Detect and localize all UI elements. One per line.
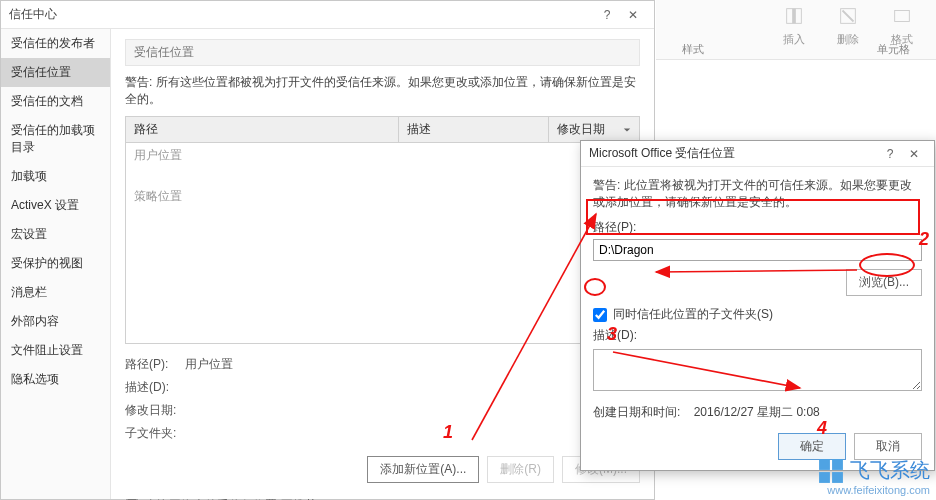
- trust-center-main: 受信任位置 警告: 所有这些位置都被视为打开文件的受信任来源。如果您更改或添加位…: [111, 29, 654, 499]
- trust-subfolders-label: 同时信任此位置的子文件夹(S): [613, 306, 773, 323]
- windows-icon: [818, 458, 844, 484]
- sidebar-item-addins[interactable]: 加载项: [1, 162, 110, 191]
- trusted-location-dialog: Microsoft Office 受信任位置 ? ✕ 警告: 此位置将被视为打开…: [580, 140, 935, 471]
- dialog-desc-label: 描述(D):: [593, 327, 922, 344]
- sidebar-item-file-block[interactable]: 文件阻止设置: [1, 336, 110, 365]
- sidebar-item-trusted-documents[interactable]: 受信任的文档: [1, 87, 110, 116]
- trust-center-title: 信任中心: [9, 6, 594, 23]
- ribbon-style-label: 样式: [682, 42, 704, 57]
- svg-rect-1: [792, 9, 796, 24]
- sidebar-item-privacy[interactable]: 隐私选项: [1, 365, 110, 394]
- sidebar-item-trusted-locations[interactable]: 受信任位置: [1, 58, 110, 87]
- trust-subfolders-check[interactable]: 同时信任此位置的子文件夹(S): [593, 306, 922, 323]
- svg-rect-11: [832, 472, 843, 483]
- cancel-button[interactable]: 取消: [854, 433, 922, 460]
- dialog-meta-value: 2016/12/27 星期二 0:08: [694, 405, 820, 419]
- insert-icon: [780, 2, 808, 30]
- th-desc[interactable]: 描述: [399, 117, 549, 142]
- anno-num-1: 1: [443, 422, 453, 443]
- sidebar-item-trusted-publishers[interactable]: 受信任的发布者: [1, 29, 110, 58]
- th-date-label: 修改日期: [557, 121, 605, 138]
- sort-desc-icon: [623, 126, 631, 134]
- sidebar-item-macro[interactable]: 宏设置: [1, 220, 110, 249]
- anno-num-4: 4: [817, 418, 827, 439]
- detail-date-value: [185, 402, 640, 419]
- svg-rect-9: [832, 459, 843, 470]
- trust-center-sidebar: 受信任的发布者 受信任位置 受信任的文档 受信任的加载项目录 加载项 Activ…: [1, 29, 111, 499]
- table-row-user-locations[interactable]: 用户位置: [126, 143, 639, 168]
- anno-num-3: 3: [607, 324, 617, 345]
- th-path[interactable]: 路径: [126, 117, 399, 142]
- dialog-path-label: 路径(P):: [593, 219, 922, 236]
- dialog-desc-input[interactable]: [593, 349, 922, 391]
- delete-icon: [834, 2, 862, 30]
- detail-sub-value: [185, 425, 640, 442]
- detail-desc-value: [185, 379, 640, 396]
- watermark: 飞飞系统 www.feifeixitong.com: [818, 457, 930, 496]
- svg-rect-4: [895, 11, 910, 22]
- close-button[interactable]: ✕: [620, 8, 646, 22]
- table-row-policy-locations[interactable]: 策略位置: [126, 184, 639, 209]
- th-date[interactable]: 修改日期: [549, 117, 639, 142]
- svg-line-3: [843, 11, 854, 22]
- watermark-logo: 飞飞系统: [818, 457, 930, 484]
- svg-rect-8: [819, 459, 830, 470]
- svg-rect-10: [819, 472, 830, 483]
- ribbon-delete[interactable]: 删除: [834, 2, 862, 47]
- detail-date-label: 修改日期:: [125, 402, 185, 419]
- dialog-help-button[interactable]: ?: [878, 147, 902, 161]
- detail-sub-label: 子文件夹:: [125, 425, 185, 442]
- section-warning: 警告: 所有这些位置都被视为打开文件的受信任来源。如果您更改或添加位置，请确保新…: [125, 74, 640, 108]
- dialog-titlebar: Microsoft Office 受信任位置 ? ✕: [581, 141, 934, 167]
- dialog-path-input[interactable]: [593, 239, 922, 261]
- sidebar-item-addin-catalog[interactable]: 受信任的加载项目录: [1, 116, 110, 162]
- remove-location-button: 删除(R): [487, 456, 554, 483]
- ribbon-format[interactable]: 格式: [888, 2, 916, 47]
- dialog-meta-label: 创建日期和时间:: [593, 405, 680, 419]
- watermark-url: www.feifeixitong.com: [827, 484, 930, 496]
- dialog-meta: 创建日期和时间: 2016/12/27 星期二 0:08: [593, 404, 922, 421]
- dialog-title: Microsoft Office 受信任位置: [589, 145, 878, 162]
- format-icon: [888, 2, 916, 30]
- sidebar-item-protected-view[interactable]: 受保护的视图: [1, 249, 110, 278]
- dialog-close-button[interactable]: ✕: [902, 147, 926, 161]
- anno-num-2: 2: [919, 229, 929, 250]
- watermark-brand: 飞飞系统: [850, 457, 930, 484]
- sidebar-item-external-content[interactable]: 外部内容: [1, 307, 110, 336]
- help-button[interactable]: ?: [594, 8, 620, 22]
- location-details: 路径(P):用户位置 描述(D): 修改日期: 子文件夹:: [125, 356, 640, 448]
- locations-table: 路径 描述 修改日期 用户位置 策略位置: [125, 116, 640, 344]
- trust-center-titlebar: 信任中心 ? ✕: [1, 1, 654, 29]
- ribbon-cells-label: 单元格: [877, 42, 910, 57]
- detail-desc-label: 描述(D):: [125, 379, 185, 396]
- section-title: 受信任位置: [125, 39, 640, 66]
- detail-path-label: 路径(P):: [125, 356, 185, 373]
- browse-button[interactable]: 浏览(B)...: [846, 269, 922, 296]
- location-buttons: 添加新位置(A)... 删除(R) 修改(M)...: [125, 456, 640, 483]
- ok-button[interactable]: 确定: [778, 433, 846, 460]
- ribbon-group-labels: 样式 单元格: [656, 42, 936, 57]
- table-header: 路径 描述 修改日期: [126, 117, 639, 143]
- sidebar-item-activex[interactable]: ActiveX 设置: [1, 191, 110, 220]
- dialog-warning: 警告: 此位置将被视为打开文件的可信任来源。如果您要更改或添加位置，请确保新位置…: [593, 177, 922, 211]
- detail-path-value: 用户位置: [185, 356, 640, 373]
- sidebar-item-message-bar[interactable]: 消息栏: [1, 278, 110, 307]
- ribbon-insert[interactable]: 插入: [780, 2, 808, 47]
- add-location-button[interactable]: 添加新位置(A)...: [367, 456, 479, 483]
- trust-center-window: 信任中心 ? ✕ 受信任的发布者 受信任位置 受信任的文档 受信任的加载项目录 …: [0, 0, 655, 500]
- trust-subfolders-checkbox[interactable]: [593, 308, 607, 322]
